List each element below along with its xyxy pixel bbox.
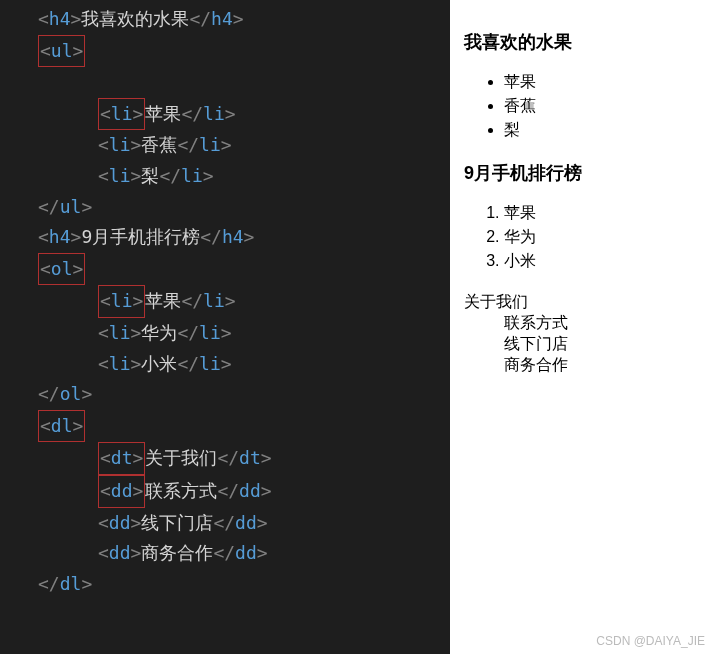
- code-line: </ol>: [8, 379, 450, 410]
- code-line: <h4>我喜欢的水果</h4>: [8, 4, 450, 35]
- code-line: <ol>: [8, 253, 450, 286]
- preview-ol: 苹果 华为 小米: [464, 203, 701, 272]
- code-line: <dl>: [8, 410, 450, 443]
- preview-ul: 苹果 香蕉 梨: [464, 72, 701, 141]
- list-item: 香蕉: [504, 96, 701, 117]
- code-line: <dt>关于我们</dt>: [8, 442, 450, 475]
- watermark: CSDN @DAIYA_JIE: [596, 634, 705, 648]
- list-item: 华为: [504, 227, 701, 248]
- code-line: <ul>: [8, 35, 450, 68]
- code-line: </ul>: [8, 192, 450, 223]
- preview-pane: 我喜欢的水果 苹果 香蕉 梨 9月手机排行榜 苹果 华为 小米 关于我们 联系方…: [450, 0, 715, 654]
- preview-dl: 关于我们 联系方式 线下门店 商务合作: [464, 292, 701, 376]
- code-line: [8, 67, 450, 98]
- preview-dd: 商务合作: [504, 355, 701, 376]
- preview-dd: 线下门店: [504, 334, 701, 355]
- list-item: 小米: [504, 251, 701, 272]
- code-editor[interactable]: <h4>我喜欢的水果</h4> <ul> <li>苹果</li> <li>香蕉<…: [0, 0, 450, 654]
- preview-dd: 联系方式: [504, 313, 701, 334]
- code-line: <li>梨</li>: [8, 161, 450, 192]
- code-line: <li>香蕉</li>: [8, 130, 450, 161]
- code-line: </dl>: [8, 569, 450, 600]
- list-item: 苹果: [504, 72, 701, 93]
- preview-heading-1: 我喜欢的水果: [464, 30, 701, 54]
- code-line: <h4>9月手机排行榜</h4>: [8, 222, 450, 253]
- list-item: 梨: [504, 120, 701, 141]
- preview-dt: 关于我们: [464, 292, 701, 313]
- list-item: 苹果: [504, 203, 701, 224]
- code-line: <li>苹果</li>: [8, 98, 450, 131]
- code-line: <li>华为</li>: [8, 318, 450, 349]
- code-line: <dd>商务合作</dd>: [8, 538, 450, 569]
- code-line: <dd>联系方式</dd>: [8, 475, 450, 508]
- code-line: <dd>线下门店</dd>: [8, 508, 450, 539]
- code-line: <li>小米</li>: [8, 349, 450, 380]
- code-line: <li>苹果</li>: [8, 285, 450, 318]
- preview-heading-2: 9月手机排行榜: [464, 161, 701, 185]
